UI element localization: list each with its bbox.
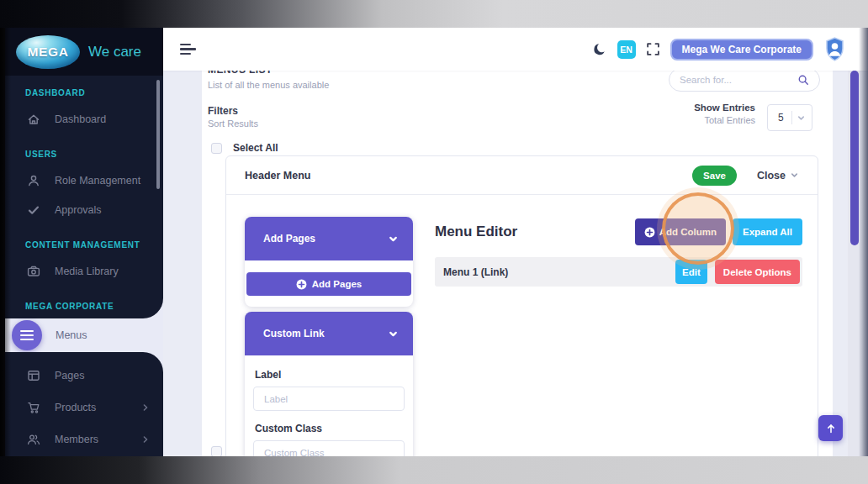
user-avatar[interactable] — [823, 37, 846, 61]
next-menu-checkbox[interactable] — [211, 446, 222, 456]
custom-link-accordion-header[interactable]: Custom Link — [245, 312, 413, 355]
menu-editor-title: Menu Editor — [435, 224, 517, 240]
show-entries-label: Show Entries — [694, 103, 755, 113]
select-all-checkbox[interactable] — [211, 143, 222, 154]
chevron-down-icon — [388, 234, 399, 245]
add-pages-accordion-body: Add Pages — [245, 260, 413, 307]
sidebar-item-products[interactable]: Products — [5, 392, 163, 424]
add-column-label: Add Column — [659, 227, 717, 237]
sidebar-item-role-management[interactable]: Role Management — [5, 166, 163, 195]
sidebar-item-label: Approvals — [55, 204, 102, 216]
add-pages-button-label: Add Pages — [312, 279, 362, 289]
page-title: MENUS LIST — [208, 71, 273, 76]
dark-mode-moon-icon[interactable] — [592, 42, 607, 57]
header-menu-card-body: Add Pages Add Pages — [226, 195, 818, 456]
main-scrollbar-thumb[interactable] — [850, 71, 859, 245]
add-column-button[interactable]: Add Column — [635, 218, 726, 245]
save-button[interactable]: Save — [692, 166, 737, 186]
backdrop-band-bottom — [0, 456, 868, 484]
chevron-right-icon — [141, 403, 150, 412]
custom-class-field-label: Custom Class — [255, 423, 405, 434]
topbar: EN Mega We Care Corporate — [163, 28, 868, 71]
sidebar-section-mega-corporate: MEGA CORPORATE — [5, 294, 163, 318]
scroll-to-top-button[interactable] — [818, 415, 843, 441]
label-field[interactable] — [253, 387, 405, 411]
fullscreen-icon[interactable] — [646, 42, 660, 56]
search-icon[interactable] — [797, 74, 809, 86]
camera-icon — [27, 265, 40, 278]
plus-circle-icon — [296, 279, 307, 290]
topbar-actions: EN Mega We Care Corporate — [592, 37, 846, 61]
sidebar-item-label: Role Management — [55, 175, 140, 187]
select-all-row: Select All — [211, 142, 278, 154]
mega-logo-text: MEGA — [28, 45, 69, 60]
cart-icon — [27, 401, 40, 414]
close-toggle[interactable]: Close — [757, 170, 799, 182]
sidebar-nav-bottom: Pages Products Members — [5, 352, 163, 456]
add-pages-accordion: Add Pages Add Pages — [245, 217, 413, 307]
sort-results-label: Sort Results — [208, 118, 258, 129]
sidebar-item-approvals[interactable]: Approvals — [5, 195, 163, 224]
sidebar-item-label: Menus — [56, 329, 87, 341]
entries-labels: Show Entries Total Entries — [694, 103, 755, 125]
plus-circle-icon — [644, 227, 655, 238]
header-menu-card: Header Menu Save Close Add Pages — [225, 155, 818, 456]
language-badge[interactable]: EN — [617, 40, 636, 59]
chevron-down-icon — [790, 171, 799, 180]
menus-icon — [12, 320, 42, 350]
custom-class-field[interactable] — [253, 440, 405, 456]
app-window: MEGA We care DASHBOARD Dashboard USERS R… — [5, 28, 868, 456]
total-entries-label: Total Entries — [694, 115, 755, 125]
filters-label: Filters — [208, 105, 238, 117]
edit-button[interactable]: Edit — [675, 260, 707, 284]
page-subtitle: List of all the menus available — [208, 80, 329, 90]
sidebar: MEGA We care DASHBOARD Dashboard USERS R… — [5, 28, 163, 456]
sidebar-item-label: Dashboard — [55, 113, 106, 125]
sidebar-item-pages[interactable]: Pages — [5, 360, 163, 392]
menus-list-panel: MENUS LIST List of all the menus availab… — [202, 71, 833, 456]
header-menu-card-head: Header Menu Save Close — [226, 156, 818, 195]
close-label: Close — [757, 170, 786, 182]
sidebar-item-menus-active[interactable]: Menus — [5, 318, 163, 352]
layout-icon — [27, 369, 40, 382]
accordion-title: Custom Link — [263, 328, 325, 339]
check-icon — [27, 203, 40, 217]
sidebar-nav-top: DASHBOARD Dashboard USERS Role Managemen… — [5, 76, 163, 318]
sidebar-item-label: Members — [55, 434, 98, 445]
custom-link-accordion: Custom Link Label Custom Class — [245, 312, 413, 456]
custom-link-accordion-body: Label Custom Class — [245, 355, 413, 456]
select-all-label: Select All — [233, 142, 278, 154]
chevron-right-icon — [141, 435, 150, 444]
main-scrollbar-track[interactable] — [848, 71, 861, 456]
sidebar-logo-area[interactable]: MEGA We care — [5, 28, 163, 76]
sidebar-item-dashboard[interactable]: Dashboard — [5, 104, 163, 134]
menu-toggle-icon[interactable] — [180, 44, 197, 55]
search-input[interactable] — [680, 75, 797, 85]
menu-item-row: Menu 1 (Link) Edit Delete Options — [435, 257, 802, 287]
label-field-label: Label — [255, 369, 405, 381]
mega-logo: MEGA — [16, 35, 80, 69]
delete-options-button[interactable]: Delete Options — [715, 260, 800, 284]
sidebar-item-label: Media Library — [55, 266, 119, 277]
sidebar-section-users: USERS — [5, 142, 163, 166]
expand-all-button[interactable]: Expand All — [733, 218, 802, 245]
sidebar-item-label: Pages — [55, 370, 84, 381]
add-pages-accordion-header[interactable]: Add Pages — [245, 217, 413, 260]
menu-tools-column: Add Pages Add Pages — [245, 217, 413, 456]
sidebar-section-dashboard: DASHBOARD — [5, 81, 163, 104]
chevron-down-icon — [797, 113, 806, 123]
sidebar-item-members[interactable]: Members — [5, 424, 163, 455]
corporate-selector-button[interactable]: Mega We Care Corporate — [670, 39, 813, 60]
add-pages-button[interactable]: Add Pages — [246, 272, 411, 296]
entries-per-page-select[interactable]: 5 — [767, 104, 812, 131]
screenshot-stage: MEGA We care DASHBOARD Dashboard USERS R… — [0, 0, 868, 484]
menu-name-label: Header Menu — [245, 170, 311, 182]
select-divider — [791, 111, 792, 124]
entries-value: 5 — [778, 112, 784, 124]
menu-item-label: Menu 1 (Link) — [443, 266, 508, 278]
logo-tagline: We care — [88, 44, 141, 60]
home-icon — [27, 113, 40, 126]
sidebar-scrollbar-thumb[interactable] — [156, 80, 160, 189]
sidebar-nav: DASHBOARD Dashboard USERS Role Managemen… — [5, 76, 163, 456]
sidebar-item-media-library[interactable]: Media Library — [5, 256, 163, 286]
